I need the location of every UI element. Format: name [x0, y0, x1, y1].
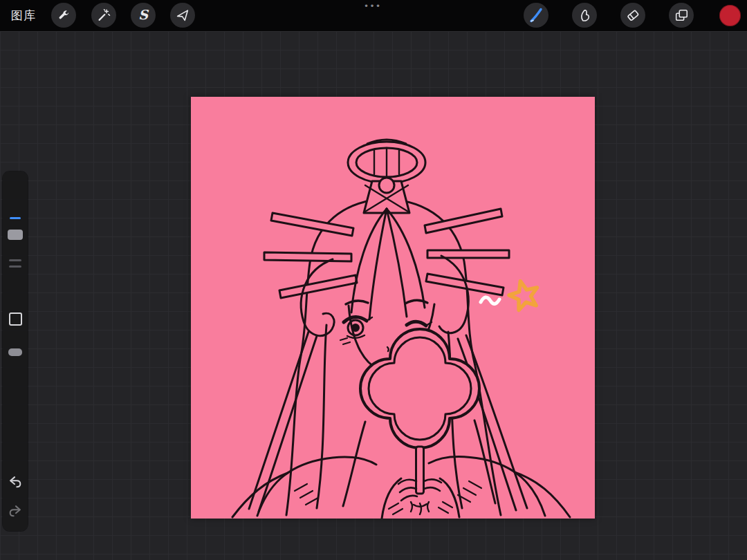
smudge-finger-icon [577, 8, 592, 23]
drawing-canvas[interactable] [191, 97, 595, 519]
erase-tool-button[interactable] [620, 3, 645, 28]
brush-size-slider-handle[interactable] [8, 230, 23, 240]
star-doodle [509, 281, 537, 310]
crown-ornament [348, 140, 425, 213]
eraser-icon [625, 8, 640, 23]
sidebar [3, 171, 28, 531]
redo-button[interactable] [8, 503, 23, 519]
flower-fan [360, 329, 479, 494]
paint-tool-button[interactable] [524, 3, 548, 28]
hair-sticks [264, 209, 509, 298]
layers-icon [674, 8, 689, 23]
sidebar-grip-handle[interactable] [8, 348, 22, 356]
smudge-tool-button[interactable] [572, 3, 597, 28]
opacity-slider-handle-2[interactable] [9, 265, 21, 268]
modify-button[interactable] [9, 312, 22, 326]
brush-icon [528, 7, 544, 24]
hair-back [249, 199, 527, 515]
undo-button[interactable] [8, 474, 23, 489]
topbar: 图库 S ••• [0, 0, 747, 31]
brush-size-indicator [10, 217, 21, 219]
opacity-slider-handle[interactable] [9, 259, 21, 261]
squiggle-doodle [481, 297, 499, 304]
redo-arrow-icon [8, 509, 23, 521]
layers-button[interactable] [669, 3, 694, 28]
color-button[interactable] [719, 5, 741, 26]
character-line-art [191, 97, 595, 519]
undo-arrow-icon [8, 480, 23, 492]
